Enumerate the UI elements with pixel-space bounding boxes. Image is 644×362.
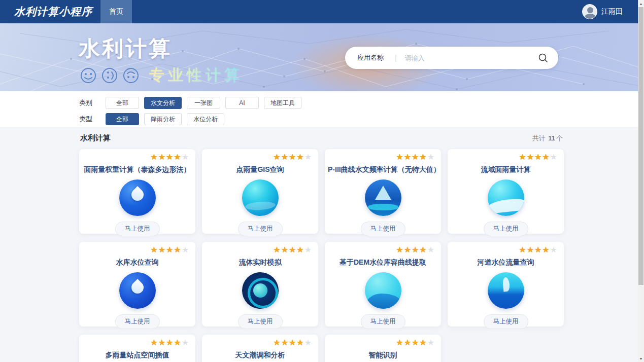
rating-stars: ★★★★★ xyxy=(396,246,435,254)
search-divider: | xyxy=(395,54,397,62)
app-card-title: 河道水位流量查询 xyxy=(448,258,564,267)
star-filled-icon: ★ xyxy=(396,153,403,161)
use-now-button[interactable]: 马上使用 xyxy=(361,222,405,236)
app-card-title: 水库水位查询 xyxy=(79,258,195,267)
star-empty-icon: ★ xyxy=(427,339,435,347)
use-now-button[interactable]: 马上使用 xyxy=(484,314,528,329)
star-empty-icon: ★ xyxy=(550,153,558,161)
section-count-number: 11 xyxy=(548,134,555,142)
rating-stars: ★★★★★ xyxy=(519,246,558,254)
filter-options: 全部 降雨分析 水位分析 xyxy=(106,113,224,125)
filter-option[interactable]: 一张图 xyxy=(187,97,220,109)
app-card-title: 多雨量站点空间插值 xyxy=(79,351,195,360)
app-card[interactable]: ★★★★★ 智能识别 马上使用 xyxy=(325,335,441,362)
star-filled-icon: ★ xyxy=(404,339,412,347)
filter-option[interactable]: 水文分析 xyxy=(144,97,182,109)
section-title: 水利计算 xyxy=(80,133,111,143)
nav-tab-home[interactable]: 首页 xyxy=(100,0,132,23)
rating-stars: ★★★★★ xyxy=(150,153,189,161)
scrollbar-up-arrow[interactable]: ▲ xyxy=(638,0,644,7)
star-filled-icon: ★ xyxy=(296,246,304,254)
app-card[interactable]: ★★★★★ 多雨量站点空间插值 马上使用 xyxy=(79,335,195,362)
filter-option[interactable]: 水位分析 xyxy=(187,113,224,125)
page-scrollbar[interactable]: ▲ ▼ xyxy=(638,0,644,362)
app-card[interactable]: ★★★★★ 河道水位流量查询 马上使用 xyxy=(448,242,564,327)
rating-stars: ★★★★★ xyxy=(273,153,312,161)
filter-option[interactable]: 降雨分析 xyxy=(144,113,182,125)
star-empty-icon: ★ xyxy=(182,246,189,254)
filter-label: 类别 xyxy=(79,98,106,107)
app-card-title: 流域面雨量计算 xyxy=(448,165,564,174)
star-filled-icon: ★ xyxy=(174,246,181,254)
star-filled-icon: ★ xyxy=(281,339,289,347)
filter-option[interactable]: 地图工具 xyxy=(264,97,301,109)
rating-stars: ★★★★★ xyxy=(150,339,189,347)
app-card[interactable]: ★★★★★ 天文潮调和分析 马上使用 xyxy=(202,335,318,362)
section-header: 水利计算 共计 11个 xyxy=(79,127,564,149)
star-filled-icon: ★ xyxy=(166,339,174,347)
star-filled-icon: ★ xyxy=(419,153,427,161)
water-drop-dark-icon xyxy=(119,272,156,309)
filter-panel: 类别 全部 水文分析 一张图 AI 地图工具 类型 全部 降雨分析 水位分析 xyxy=(0,91,644,127)
app-card[interactable]: ★★★★★ 流体实时模拟 马上使用 xyxy=(202,242,318,327)
app-card-title: 基于DEM水位库容曲线提取 xyxy=(325,258,441,267)
star-empty-icon: ★ xyxy=(304,339,312,347)
smiley-icon-3 xyxy=(123,67,139,84)
use-now-button[interactable]: 马上使用 xyxy=(361,314,405,329)
filter-option[interactable]: AI xyxy=(225,97,259,109)
app-card[interactable]: ★★★★★ 面雨量权重计算（泰森多边形法） 马上使用 xyxy=(79,149,195,234)
user-menu[interactable]: 江雨田 xyxy=(582,4,623,19)
star-filled-icon: ★ xyxy=(281,246,289,254)
star-filled-icon: ★ xyxy=(296,153,304,161)
app-card[interactable]: ★★★★★ P-III曲线水文频率计算（无特大值） 马上使用 xyxy=(325,149,441,234)
user-name: 江雨田 xyxy=(601,7,623,16)
rating-stars: ★★★★★ xyxy=(273,339,312,347)
water-drop-icon xyxy=(119,179,156,216)
scrollbar-thumb[interactable] xyxy=(638,7,643,285)
star-filled-icon: ★ xyxy=(289,339,296,347)
filter-option[interactable]: 全部 xyxy=(106,113,139,125)
hero-banner: 水利计算 专业性计算 应用名称 | xyxy=(0,23,644,91)
app-card[interactable]: ★★★★★ 水库水位查询 马上使用 xyxy=(79,242,195,327)
search-icon[interactable] xyxy=(538,53,548,63)
globe-icon xyxy=(242,179,279,216)
user-avatar xyxy=(582,4,597,19)
app-card[interactable]: ★★★★★ 点雨量GIS查询 马上使用 xyxy=(202,149,318,234)
use-now-button[interactable]: 马上使用 xyxy=(484,222,528,236)
rating-stars: ★★★★★ xyxy=(396,153,435,161)
rating-stars: ★★★★★ xyxy=(396,339,435,347)
app-card[interactable]: ★★★★★ 基于DEM水位库容曲线提取 马上使用 xyxy=(325,242,441,327)
star-filled-icon: ★ xyxy=(404,153,412,161)
star-filled-icon: ★ xyxy=(542,246,550,254)
use-now-button[interactable]: 马上使用 xyxy=(238,222,283,236)
filter-row: 类别 全部 水文分析 一张图 AI 地图工具 xyxy=(79,97,564,109)
app-card-title: 智能识别 xyxy=(325,351,441,360)
star-filled-icon: ★ xyxy=(519,246,526,254)
filter-row: 类型 全部 降雨分析 水位分析 xyxy=(79,113,564,125)
star-filled-icon: ★ xyxy=(296,339,304,347)
section-count: 共计 11个 xyxy=(532,134,563,143)
use-now-button[interactable]: 马上使用 xyxy=(115,314,160,329)
star-filled-icon: ★ xyxy=(542,153,550,161)
star-filled-icon: ★ xyxy=(289,246,296,254)
star-filled-icon: ★ xyxy=(289,153,296,161)
filter-option[interactable]: 全部 xyxy=(106,97,139,109)
hero-subtitle: 专业性计算 xyxy=(149,65,243,86)
app-card-title: P-III曲线水文频率计算（无特大值） xyxy=(325,165,441,174)
star-filled-icon: ★ xyxy=(412,339,419,347)
rating-stars: ★★★★★ xyxy=(273,246,312,254)
rating-stars: ★★★★★ xyxy=(150,246,189,254)
mountain-water-icon xyxy=(365,179,401,216)
star-filled-icon: ★ xyxy=(158,246,166,254)
star-filled-icon: ★ xyxy=(166,246,174,254)
star-filled-icon: ★ xyxy=(150,246,158,254)
search-input[interactable] xyxy=(405,54,538,62)
scrollbar-down-arrow[interactable]: ▼ xyxy=(638,355,644,362)
use-now-button[interactable]: 马上使用 xyxy=(238,314,283,329)
app-card-title: 点雨量GIS查询 xyxy=(202,165,318,174)
app-card-title: 面雨量权重计算（泰森多边形法） xyxy=(79,165,195,174)
use-now-button[interactable]: 马上使用 xyxy=(115,222,160,236)
hero-title: 水利计算 xyxy=(79,34,172,63)
star-empty-icon: ★ xyxy=(304,153,312,161)
app-card[interactable]: ★★★★★ 流域面雨量计算 马上使用 xyxy=(448,149,564,234)
